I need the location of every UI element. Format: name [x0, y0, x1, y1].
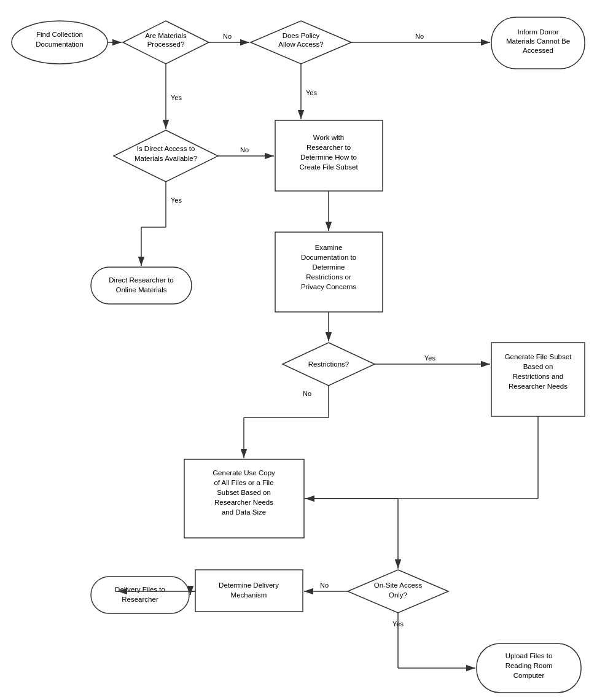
label-yes-4: Yes	[424, 354, 435, 362]
svg-text:Only?: Only?	[389, 591, 407, 599]
svg-text:Examine: Examine	[315, 244, 343, 251]
svg-text:Create File Subset: Create File Subset	[299, 163, 358, 171]
svg-text:Materials Available?: Materials Available?	[135, 155, 197, 162]
label-yes-3: Yes	[171, 196, 182, 204]
direct-researcher-node	[91, 267, 192, 304]
svg-text:Determine How to: Determine How to	[300, 154, 357, 161]
svg-text:Researcher to: Researcher to	[306, 144, 351, 151]
delivery-files-node	[91, 577, 189, 613]
svg-text:Researcher: Researcher	[122, 596, 158, 603]
svg-text:Subset Based on: Subset Based on	[217, 489, 271, 496]
svg-text:Determine Delivery: Determine Delivery	[219, 581, 279, 589]
svg-text:Restrictions?: Restrictions?	[308, 360, 349, 368]
svg-text:Privacy Concerns: Privacy Concerns	[301, 283, 356, 290]
find-collection-label: Find Collection	[36, 31, 83, 38]
svg-text:Restrictions and: Restrictions and	[513, 373, 563, 380]
svg-text:On-Site Access: On-Site Access	[374, 581, 423, 589]
svg-text:Reading Room: Reading Room	[505, 662, 553, 669]
label-yes-2: Yes	[306, 89, 317, 96]
svg-text:Restrictions or: Restrictions or	[306, 273, 351, 281]
svg-text:Researcher Needs: Researcher Needs	[214, 499, 273, 506]
svg-text:Documentation: Documentation	[36, 41, 83, 48]
svg-text:Allow Access?: Allow Access?	[278, 41, 324, 48]
svg-text:Does Policy: Does Policy	[283, 32, 320, 39]
label-yes-5: Yes	[392, 620, 404, 628]
label-no-4: No	[303, 390, 311, 397]
svg-text:Researcher Needs: Researcher Needs	[509, 383, 568, 390]
svg-text:Based on: Based on	[523, 363, 553, 370]
svg-text:Are Materials: Are Materials	[145, 32, 187, 39]
label-yes-1: Yes	[171, 94, 182, 101]
svg-text:Direct Researcher to: Direct Researcher to	[109, 276, 173, 284]
svg-text:Inform Donor: Inform Donor	[517, 28, 558, 36]
label-no-3: No	[240, 146, 249, 154]
flowchart-svg: Find Collection Documentation Are Materi…	[0, 0, 597, 700]
svg-text:Work with: Work with	[313, 134, 344, 141]
svg-text:Generate Use Copy: Generate Use Copy	[213, 469, 275, 476]
svg-text:Mechanism: Mechanism	[231, 591, 267, 599]
svg-text:of All Files or a File: of All Files or a File	[214, 479, 273, 486]
svg-text:Delivery Files to: Delivery Files to	[115, 586, 165, 593]
label-no-1: No	[223, 33, 232, 40]
svg-text:Upload Files to: Upload Files to	[505, 652, 553, 659]
label-no-5: No	[320, 581, 329, 589]
svg-text:Determine: Determine	[312, 263, 345, 271]
determine-delivery-node	[195, 570, 303, 612]
svg-text:Materials Cannot Be: Materials Cannot Be	[506, 37, 570, 45]
svg-text:Computer: Computer	[513, 672, 545, 679]
svg-text:Processed?: Processed?	[147, 41, 185, 48]
svg-text:Generate File Subset: Generate File Subset	[505, 353, 572, 360]
svg-line-41	[190, 591, 195, 595]
flowchart: Find Collection Documentation Are Materi…	[0, 0, 597, 700]
svg-text:Documentation to: Documentation to	[301, 254, 356, 261]
label-no-2: No	[415, 33, 424, 40]
svg-text:Accessed: Accessed	[523, 47, 553, 54]
svg-text:Online Materials: Online Materials	[115, 286, 166, 294]
svg-text:Is Direct Access to: Is Direct Access to	[137, 145, 195, 152]
svg-text:and Data Size: and Data Size	[222, 508, 266, 516]
